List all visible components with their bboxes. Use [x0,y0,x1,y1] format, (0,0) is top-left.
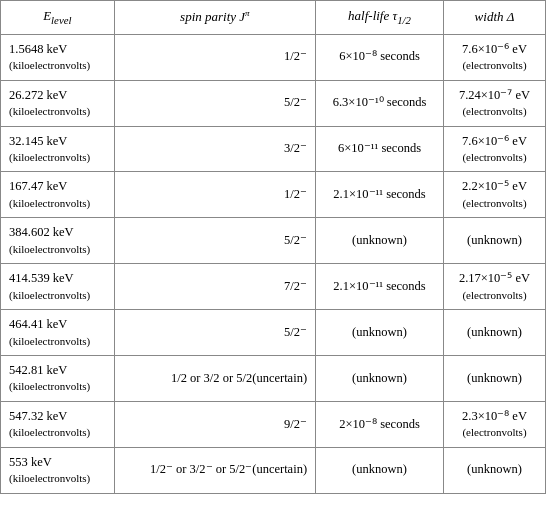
cell-half-life: 6×10⁻⁸ seconds [316,34,444,80]
cell-half-life: (unknown) [316,447,444,493]
cell-width: 2.17×10⁻⁵ eV(electronvolts) [444,264,546,310]
table-row: 32.145 keV(kiloelectronvolts)3/2⁻6×10⁻¹¹… [1,126,546,172]
cell-width: 2.2×10⁻⁵ eV(electronvolts) [444,172,546,218]
cell-width: (unknown) [444,218,546,264]
cell-spin-parity: 1/2⁻ [114,172,315,218]
cell-elevel: 547.32 keV(kiloelectronvolts) [1,401,115,447]
cell-spin-parity: 1/2⁻ [114,34,315,80]
cell-elevel: 1.5648 keV(kiloelectronvolts) [1,34,115,80]
table-row: 384.602 keV(kiloelectronvolts)5/2⁻(unkno… [1,218,546,264]
cell-width: 7.6×10⁻⁶ eV(electronvolts) [444,34,546,80]
header-elevel: Elevel [1,1,115,35]
table-row: 542.81 keV(kiloelectronvolts)1/2 or 3/2 … [1,355,546,401]
cell-half-life: (unknown) [316,310,444,356]
table-row: 167.47 keV(kiloelectronvolts)1/2⁻2.1×10⁻… [1,172,546,218]
cell-elevel: 32.145 keV(kiloelectronvolts) [1,126,115,172]
table-row: 414.539 keV(kiloelectronvolts)7/2⁻2.1×10… [1,264,546,310]
cell-width: 7.6×10⁻⁶ eV(electronvolts) [444,126,546,172]
cell-elevel: 167.47 keV(kiloelectronvolts) [1,172,115,218]
cell-spin-parity: 1/2⁻ or 3/2⁻ or 5/2⁻(uncertain) [114,447,315,493]
header-width: width Δ [444,1,546,35]
cell-width: (unknown) [444,447,546,493]
cell-spin-parity: 5/2⁻ [114,80,315,126]
cell-half-life: (unknown) [316,355,444,401]
cell-elevel: 414.539 keV(kiloelectronvolts) [1,264,115,310]
table-row: 553 keV(kiloelectronvolts)1/2⁻ or 3/2⁻ o… [1,447,546,493]
cell-half-life: 6×10⁻¹¹ seconds [316,126,444,172]
header-half-life: half-life τ1/2 [316,1,444,35]
table-row: 1.5648 keV(kiloelectronvolts)1/2⁻6×10⁻⁸ … [1,34,546,80]
cell-spin-parity: 9/2⁻ [114,401,315,447]
cell-spin-parity: 5/2⁻ [114,310,315,356]
cell-elevel: 384.602 keV(kiloelectronvolts) [1,218,115,264]
cell-elevel: 542.81 keV(kiloelectronvolts) [1,355,115,401]
cell-elevel: 464.41 keV(kiloelectronvolts) [1,310,115,356]
cell-half-life: 2.1×10⁻¹¹ seconds [316,172,444,218]
cell-half-life: 2.1×10⁻¹¹ seconds [316,264,444,310]
cell-elevel: 553 keV(kiloelectronvolts) [1,447,115,493]
cell-half-life: 2×10⁻⁸ seconds [316,401,444,447]
cell-spin-parity: 3/2⁻ [114,126,315,172]
cell-width: (unknown) [444,310,546,356]
cell-spin-parity: 5/2⁻ [114,218,315,264]
table-row: 26.272 keV(kiloelectronvolts)5/2⁻6.3×10⁻… [1,80,546,126]
cell-width: 2.3×10⁻⁸ eV(electronvolts) [444,401,546,447]
header-spin-parity: spin parity Jπ [114,1,315,35]
cell-elevel: 26.272 keV(kiloelectronvolts) [1,80,115,126]
cell-spin-parity: 7/2⁻ [114,264,315,310]
table-row: 547.32 keV(kiloelectronvolts)9/2⁻2×10⁻⁸ … [1,401,546,447]
cell-width: (unknown) [444,355,546,401]
table-row: 464.41 keV(kiloelectronvolts)5/2⁻(unknow… [1,310,546,356]
cell-width: 7.24×10⁻⁷ eV(electronvolts) [444,80,546,126]
cell-half-life: 6.3×10⁻¹⁰ seconds [316,80,444,126]
energy-levels-table: Elevel spin parity Jπ half-life τ1/2 wid… [0,0,546,494]
cell-half-life: (unknown) [316,218,444,264]
cell-spin-parity: 1/2 or 3/2 or 5/2(uncertain) [114,355,315,401]
